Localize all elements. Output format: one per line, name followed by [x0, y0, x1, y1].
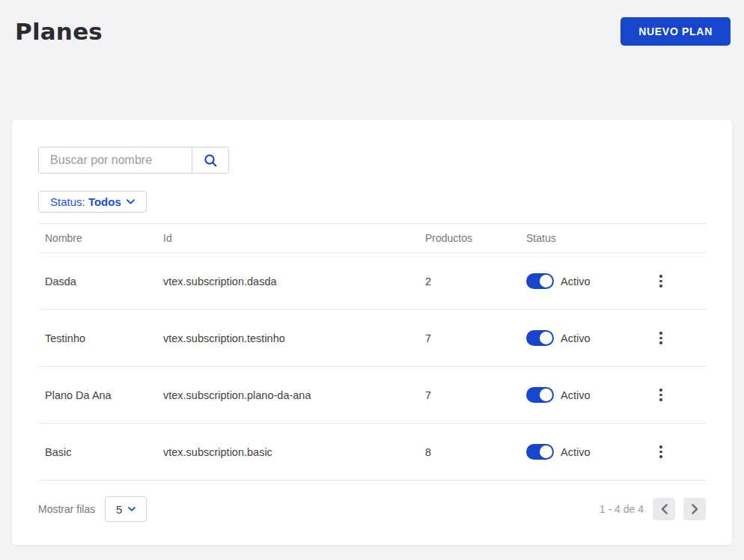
table-row: Basic vtex.subscription.basic 8 Activo — [38, 424, 706, 481]
new-plan-button[interactable]: NUEVO PLAN — [620, 17, 731, 46]
cell-id: vtex.subscription.basic — [156, 446, 418, 458]
table-row: Testinho vtex.subscription.testinho 7 Ac… — [38, 310, 706, 367]
table-row: Dasda vtex.subscription.dasda 2 Activo — [38, 253, 706, 310]
pagination: 1 - 4 de 4 — [600, 498, 706, 520]
filter-row: Status: Todos — [38, 191, 706, 213]
pagination-range: 1 - 4 de 4 — [600, 503, 644, 515]
plans-table: Nombre Id Productos Status Dasda vtex.su… — [38, 223, 706, 481]
cell-nombre: Plano Da Ana — [38, 389, 156, 401]
table-row: Plano Da Ana vtex.subscription.plano-da-… — [38, 367, 706, 424]
status-label: Activo — [561, 389, 591, 401]
cell-nombre: Testinho — [38, 332, 156, 344]
plans-card: Status: Todos Nombre Id Productos Status… — [12, 120, 732, 545]
row-menu-button[interactable] — [652, 384, 669, 405]
prev-page-button[interactable] — [653, 498, 675, 520]
row-menu-button[interactable] — [652, 270, 669, 291]
table-footer: Mostrar filas 5 1 - 4 de 4 — [38, 481, 706, 544]
chevron-right-icon — [692, 504, 698, 514]
toggle-knob — [540, 275, 552, 287]
status-filter[interactable]: Status: Todos — [38, 191, 147, 213]
cell-nombre: Basic — [38, 446, 156, 458]
column-header-id: Id — [156, 232, 418, 244]
chevron-left-icon — [661, 504, 668, 514]
kebab-icon — [659, 389, 662, 401]
toggle-knob — [540, 445, 552, 458]
search-button[interactable] — [192, 147, 229, 174]
cell-status: Activo — [519, 330, 616, 346]
status-label: Activo — [561, 332, 591, 344]
search-bar — [38, 147, 706, 174]
status-toggle[interactable] — [526, 444, 554, 460]
cell-status: Activo — [519, 444, 616, 460]
cell-productos: 7 — [418, 332, 519, 344]
toggle-knob — [540, 389, 552, 401]
chevron-down-icon — [128, 507, 135, 511]
cell-status: Activo — [519, 273, 616, 289]
cell-status: Activo — [519, 387, 616, 403]
search-icon — [204, 153, 218, 168]
cell-actions — [616, 441, 706, 462]
table-header: Nombre Id Productos Status — [38, 223, 706, 253]
cell-id: vtex.subscription.testinho — [156, 332, 418, 344]
chevron-down-icon — [126, 199, 135, 204]
rows-per-page-label: Mostrar filas — [38, 503, 95, 515]
rows-per-page-select[interactable]: 5 — [105, 496, 147, 522]
status-filter-label: Status: Todos — [50, 195, 121, 208]
cell-productos: 7 — [418, 389, 519, 401]
status-toggle[interactable] — [526, 273, 554, 289]
search-input[interactable] — [38, 147, 192, 174]
next-page-button[interactable] — [683, 498, 706, 520]
toggle-knob — [540, 332, 552, 344]
cell-id: vtex.subscription.dasda — [156, 276, 418, 287]
kebab-icon — [659, 275, 662, 287]
row-menu-button[interactable] — [652, 441, 669, 462]
row-menu-button[interactable] — [652, 327, 669, 348]
page-title: Planes — [15, 18, 103, 45]
kebab-icon — [659, 445, 662, 457]
status-toggle[interactable] — [526, 330, 554, 346]
cell-productos: 2 — [418, 276, 519, 287]
cell-actions — [616, 384, 706, 405]
kebab-icon — [659, 332, 662, 344]
status-label: Activo — [561, 276, 591, 287]
cell-nombre: Dasda — [38, 276, 156, 287]
cell-productos: 8 — [418, 446, 519, 458]
column-header-nombre: Nombre — [38, 232, 156, 244]
column-header-status: Status — [519, 232, 616, 244]
cell-actions — [616, 327, 706, 348]
cell-actions — [616, 270, 706, 291]
column-header-productos: Productos — [418, 232, 519, 244]
status-label: Activo — [561, 446, 591, 458]
page-header: Planes NUEVO PLAN — [0, 0, 744, 46]
cell-id: vtex.subscription.plano-da-ana — [156, 389, 418, 401]
status-toggle[interactable] — [526, 387, 554, 403]
rows-per-page-value: 5 — [116, 503, 122, 516]
rows-per-page: Mostrar filas 5 — [38, 496, 147, 522]
